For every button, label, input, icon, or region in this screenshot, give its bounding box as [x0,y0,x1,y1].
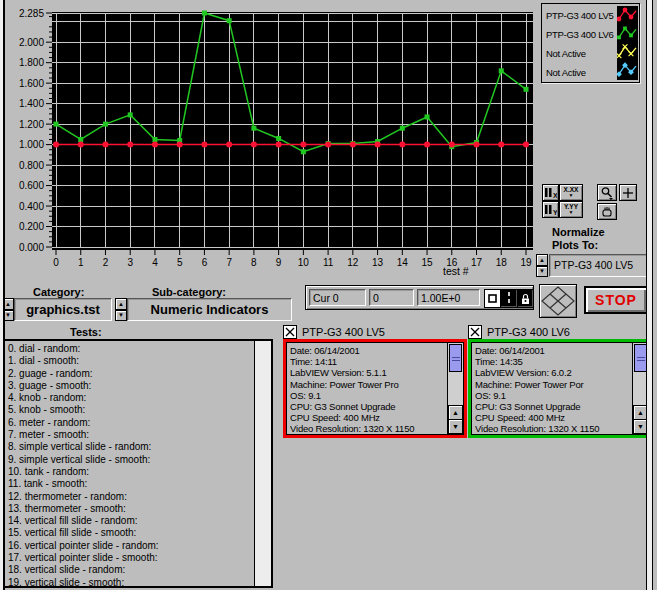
list-item[interactable]: 2. guage - random: [5,368,254,380]
window-border-left-line [3,0,5,590]
legend-sample-lines [617,6,638,80]
svg-text:18: 18 [496,257,508,268]
zoom-tool-button[interactable] [597,184,617,201]
info-line: OS: 9.1 [290,390,446,401]
subcategory-label: Sub-category: [152,286,226,298]
list-item[interactable]: 15. vertical fill slide - smooth: [5,527,254,539]
normalize-spinner: ▲ ▼ [536,254,548,277]
cursor-style-button[interactable] [484,289,501,308]
y-scale-lock-icon: Y [544,203,557,216]
svg-text:11: 11 [323,257,334,268]
legend-item[interactable]: Not Active [546,63,618,81]
spinner-down-icon[interactable]: ▼ [115,310,127,322]
info-line: Time: 14:11 [290,356,446,367]
machine-info-panel-lv5: Date: 06/14/2001Time: 14:11LabVIEW Versi… [283,339,467,438]
svg-text:12: 12 [347,257,359,268]
list-item[interactable]: 16. vertical pointer slide - random: [5,540,254,552]
list-item[interactable]: 9. simple vertical slide - smooth: [5,454,254,466]
info-line: Machine: Power Tower Por [475,379,631,390]
machine-info-lines: Date: 06/14/2001Time: 14:11LabVIEW Versi… [290,345,446,433]
panel-scrollbar[interactable]: ▲ ▼ [447,343,463,434]
subcategory-spinner: ▲ ▼ [115,298,127,321]
list-item[interactable]: 4. knob - random: [5,392,254,404]
cursor-x-field[interactable]: 0 [369,289,414,306]
list-item[interactable]: 10. tank - random: [5,466,254,478]
scrollbar-thumb[interactable] [449,344,462,372]
list-item[interactable]: 13. thermometer - smooth: [5,503,254,515]
info-line: CPU: G3 Sonnet Upgrade [290,401,446,412]
svg-text:6: 6 [202,257,208,268]
list-item[interactable]: 17. vertical pointer slide - smooth: [5,552,254,564]
machine-lv6-checkbox[interactable] [468,325,482,339]
svg-text:2.000: 2.000 [19,37,44,48]
x-scale-lock-button[interactable]: X [542,184,559,201]
tests-listbox: 0. dial - random:1. dial - smooth:2. gua… [3,339,273,588]
list-item[interactable]: 0. dial - random: [5,343,254,355]
svg-text:1.800: 1.800 [19,57,44,68]
subcategory-select[interactable]: Numeric Indicators [127,298,292,321]
normalize-plot-select[interactable]: PTP-G3 400 LV5 [549,254,650,277]
info-line: LabVIEW Version: 5.1.1 [290,367,446,378]
svg-text:8: 8 [251,257,257,268]
category-select[interactable]: graphics.tst [14,298,112,321]
svg-text:0.000: 0.000 [19,242,44,253]
crosshair-icon [622,187,634,199]
list-item[interactable]: 6. meter - random: [5,417,254,429]
legend-item[interactable]: PTP-G3 400 LV5 [546,6,618,24]
info-line: Machine: Power Tower Pro [290,379,446,390]
legend-item-label: PTP-G3 400 LV6 [546,29,613,40]
x-autoscale-button[interactable]: X.XX ▼ [559,184,583,201]
cursor-lock-button[interactable] [517,289,534,308]
benchmark-graph[interactable]: 2.2852.0001.8001.6001.4001.2001.0000.800… [0,0,545,285]
machine-info-panel-lv6: Date: 06/14/2001Time: 14:35LabVIEW Versi… [468,339,652,438]
stop-button[interactable]: STOP [584,286,648,314]
panel-border: Date: 06/14/2001Time: 14:11LabVIEW Versi… [286,342,464,435]
normalize-label-line2: Plots To: [552,239,598,251]
cursor-name-field[interactable]: Cur 0 [309,289,366,306]
pan-tool-button[interactable] [597,203,617,220]
list-item[interactable]: 18. vertical slide - random: [5,564,254,576]
svg-text:1.600: 1.600 [19,78,44,89]
scroll-up-icon[interactable]: ▲ [448,405,463,420]
svg-text:5: 5 [177,257,183,268]
svg-text:17: 17 [471,257,483,268]
cursor-mover-pad[interactable] [539,284,577,318]
spinner-down-icon[interactable]: ▼ [536,266,548,278]
list-item[interactable]: 11. tank - smooth: [5,478,254,490]
spinner-up-icon[interactable]: ▲ [536,254,548,266]
list-item[interactable]: 1. dial - smooth: [5,355,254,367]
legend-item[interactable]: Not Active [546,44,618,62]
list-item[interactable]: 8. simple vertical slide - random: [5,441,254,453]
list-item[interactable]: 5. knob - smooth: [5,404,254,416]
tests-scrollbar[interactable] [254,341,271,586]
list-item[interactable]: 12. thermometer - random: [5,491,254,503]
checkbox-x-icon [285,327,295,337]
tests-items: 0. dial - random:1. dial - smooth:2. gua… [5,343,254,586]
y-scale-lock-button[interactable]: Y [542,201,559,218]
info-line: Time: 14:35 [475,356,631,367]
crosshair-tool-button[interactable] [619,184,637,201]
svg-text:1.000: 1.000 [19,139,44,150]
y-autoscale-button[interactable]: Y.YY ▼ [559,201,583,218]
svg-text:Y: Y [553,209,557,216]
x-scale-lock-icon: X [544,186,557,199]
legend-item-label: PTP-G3 400 LV5 [546,10,613,21]
list-item[interactable]: 19. vertical slide - smooth: [5,577,254,586]
window-border-right-outer [652,0,653,590]
scroll-down-icon[interactable]: ▼ [448,419,463,434]
svg-text:2.285: 2.285 [19,8,44,19]
machine-lv5-checkbox[interactable] [283,325,297,339]
cursor-line-style-button[interactable] [500,289,518,308]
list-item[interactable]: 14. vertical fill slide - random: [5,515,254,527]
normalize-label-line1: Normalize [552,226,605,238]
dropdown-arrow-icon: ▼ [569,210,574,215]
svg-text:0: 0 [53,257,59,268]
list-item[interactable]: 7. meter - smooth: [5,429,254,441]
magnifier-icon [600,186,614,200]
cursor-y-field[interactable]: 1.00E+0 [417,289,480,306]
spinner-up-icon[interactable]: ▲ [115,298,127,310]
cursor-legend: Cur 0 0 1.00E+0 [305,285,534,310]
info-line: CPU Speed: 400 MHz [290,412,446,423]
legend-item[interactable]: PTP-G3 400 LV6 [546,25,618,43]
list-item[interactable]: 3. guage - smooth: [5,380,254,392]
